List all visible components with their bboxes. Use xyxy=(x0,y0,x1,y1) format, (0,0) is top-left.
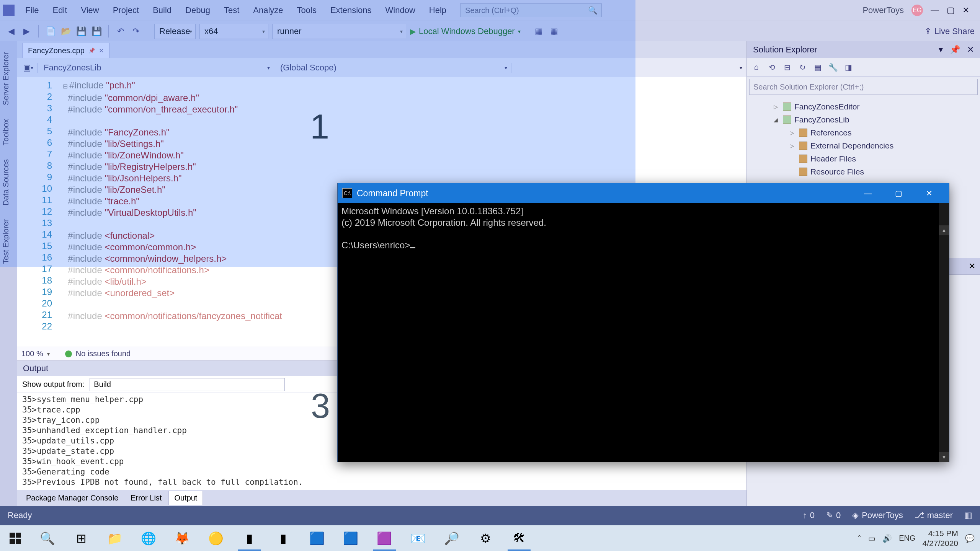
sync-icon[interactable]: ⟲ xyxy=(766,62,777,73)
terminal-button[interactable]: ▮ xyxy=(266,525,300,551)
edge-button[interactable]: 🌐 xyxy=(132,525,165,551)
volume-icon[interactable]: 🔊 xyxy=(882,534,892,543)
menu-analyze[interactable]: Analyze xyxy=(250,4,286,17)
user-avatar[interactable]: EG xyxy=(911,5,923,16)
close-tab-icon[interactable]: ✕ xyxy=(99,47,104,54)
powershell-button[interactable]: 🟦 xyxy=(300,525,334,551)
save-button[interactable]: 💾 xyxy=(75,26,87,37)
minimize-button[interactable]: — xyxy=(931,5,939,15)
scroll-up-icon[interactable]: ▲ xyxy=(939,225,949,235)
outlook-button[interactable]: 📧 xyxy=(401,525,435,551)
save-all-button[interactable]: 💾 xyxy=(91,26,102,37)
powertoys-button[interactable]: 🛠 xyxy=(502,525,536,551)
menu-edit[interactable]: Edit xyxy=(49,4,70,17)
properties-icon[interactable]: 🔧 xyxy=(827,62,839,73)
command-prompt-window[interactable]: C:\ Command Prompt — ▢ ✕ Microsoft Windo… xyxy=(337,183,949,462)
editor-tab-fancyzones[interactable]: FancyZones.cpp 📌 ✕ xyxy=(22,43,109,58)
tray-chevron-icon[interactable]: ˄ xyxy=(858,534,861,543)
data-sources-tab[interactable]: Data Sources xyxy=(0,152,17,212)
refresh-icon[interactable]: ↻ xyxy=(797,62,808,73)
new-item-button[interactable]: 📄 xyxy=(45,26,56,37)
vs-taskbar-button[interactable]: 🟪 xyxy=(368,525,401,551)
show-all-icon[interactable]: ▤ xyxy=(812,62,823,73)
close-panel-icon[interactable]: ✕ xyxy=(967,45,974,54)
pencil-icon: ✎ xyxy=(826,510,833,520)
cmd-titlebar[interactable]: C:\ Command Prompt — ▢ ✕ xyxy=(338,183,949,203)
collapse-icon[interactable]: ⊟ xyxy=(781,62,793,73)
start-button[interactable] xyxy=(0,525,31,551)
test-explorer-tab[interactable]: Test Explorer xyxy=(0,212,17,271)
menu-view[interactable]: View xyxy=(78,4,102,17)
redo-button[interactable]: ↷ xyxy=(130,26,142,37)
zoom-level[interactable]: 100 % xyxy=(21,349,43,358)
cmd-minimize-button[interactable]: — xyxy=(853,184,883,203)
error-list-tab[interactable]: Error List xyxy=(125,491,167,505)
tree-node[interactable]: ▷External Dependencies xyxy=(751,139,975,152)
magnifier-button[interactable]: 🔎 xyxy=(435,525,469,551)
file-explorer-button[interactable]: 📁 xyxy=(98,525,132,551)
cmd-taskbar-button[interactable]: ▮ xyxy=(233,525,266,551)
firefox-button[interactable]: 🦊 xyxy=(165,525,199,551)
repo-name[interactable]: ◈PowerToys xyxy=(852,510,903,520)
start-debug-button[interactable]: ▶ Local Windows Debugger ▾ xyxy=(410,26,521,36)
close-props-icon[interactable]: ✕ xyxy=(969,261,975,271)
task-view-button[interactable]: ⊞ xyxy=(64,525,98,551)
cmd-close-button[interactable]: ✕ xyxy=(914,184,944,203)
menu-project[interactable]: Project xyxy=(110,4,142,17)
chrome-button[interactable]: 🟡 xyxy=(199,525,233,551)
branch-name[interactable]: ⎇master xyxy=(915,510,953,520)
dropdown-icon[interactable]: ▾ xyxy=(939,45,943,54)
notification-icon[interactable]: 💬 xyxy=(965,534,975,543)
config-dropdown[interactable]: Release xyxy=(154,24,196,39)
maximize-button[interactable]: ▢ xyxy=(947,5,955,15)
menu-help[interactable]: Help xyxy=(426,4,449,17)
menu-extensions[interactable]: Extensions xyxy=(327,4,375,17)
menu-window[interactable]: Window xyxy=(382,4,418,17)
menu-test[interactable]: Test xyxy=(221,4,242,17)
open-button[interactable]: 📂 xyxy=(60,26,72,37)
menu-build[interactable]: Build xyxy=(150,4,175,17)
solution-tree[interactable]: ▷FancyZonesEditor◢FancyZonesLib▷Referenc… xyxy=(747,97,980,181)
clock[interactable]: 4:15 PM 4/27/2020 xyxy=(923,528,958,548)
live-share-button[interactable]: ⇪ Live Share xyxy=(924,26,975,36)
vscode-button[interactable]: 🟦 xyxy=(334,525,368,551)
pin-panel-icon[interactable]: 📌 xyxy=(950,45,960,54)
server-explorer-tab[interactable]: Server Explorer xyxy=(0,45,17,112)
menu-debug[interactable]: Debug xyxy=(182,4,213,17)
global-search-input[interactable]: Search (Ctrl+Q) 🔍 xyxy=(460,3,602,17)
tree-node[interactable]: ▷References xyxy=(751,126,975,139)
cmd-scrollbar[interactable]: ▲ ▼ xyxy=(939,203,949,462)
menu-file[interactable]: File xyxy=(22,4,42,17)
preview-icon[interactable]: ◨ xyxy=(843,62,854,73)
output-tab[interactable]: Output xyxy=(168,491,203,505)
pkg-mgr-tab[interactable]: Package Manager Console xyxy=(21,491,124,505)
settings-taskbar-button[interactable]: ⚙ xyxy=(469,525,502,551)
nav-back-button[interactable]: ◀ xyxy=(5,26,17,37)
toolbox-tab[interactable]: Toolbox xyxy=(0,112,17,152)
startup-dropdown[interactable]: runner xyxy=(272,24,406,39)
cmd-maximize-button[interactable]: ▢ xyxy=(883,184,914,203)
platform-dropdown[interactable]: x64 xyxy=(199,24,268,39)
tree-node[interactable]: ◢FancyZonesLib xyxy=(751,113,975,126)
toolbar-misc-2[interactable]: ▦ xyxy=(549,26,560,37)
home-icon[interactable]: ⌂ xyxy=(751,62,762,73)
language-indicator[interactable]: ENG xyxy=(899,534,915,543)
cmd-output[interactable]: Microsoft Windows [Version 10.0.18363.75… xyxy=(338,203,949,462)
menu-tools[interactable]: Tools xyxy=(294,4,320,17)
search-button[interactable]: 🔍 xyxy=(31,525,64,551)
scroll-down-icon[interactable]: ▼ xyxy=(939,452,949,462)
output-source-dropdown[interactable]: Build xyxy=(90,378,285,391)
pin-icon[interactable]: 📌 xyxy=(88,47,95,54)
tree-node[interactable]: Resource Files xyxy=(751,165,975,178)
toolbar-misc-1[interactable]: ▦ xyxy=(533,26,545,37)
undo-button[interactable]: ↶ xyxy=(115,26,126,37)
sol-search-input[interactable]: Search Solution Explorer (Ctrl+;) xyxy=(749,79,978,95)
context-project-dropdown[interactable]: FancyZonesLib xyxy=(38,63,274,73)
tree-node[interactable]: ▷FancyZonesEditor xyxy=(751,100,975,113)
tree-node[interactable]: Header Files xyxy=(751,152,975,165)
battery-icon[interactable]: ▭ xyxy=(868,534,875,543)
close-button[interactable]: ✕ xyxy=(962,5,969,15)
status-tray-icon[interactable]: ▥ xyxy=(964,510,972,520)
context-scope-dropdown[interactable]: (Global Scope) xyxy=(274,63,511,73)
nav-fwd-button[interactable]: ▶ xyxy=(21,26,32,37)
